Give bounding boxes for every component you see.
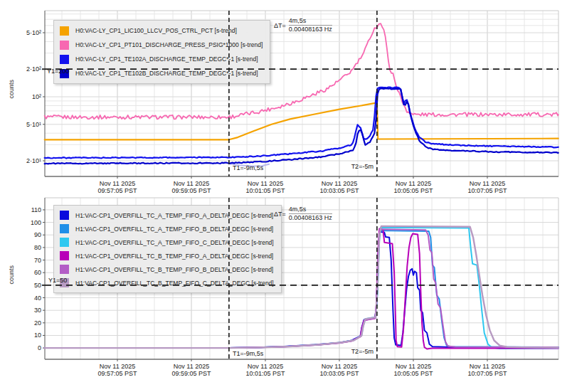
x-tick-label: Nov 11 202509:57:05 PST [97, 363, 137, 377]
x-tick-label: Nov 11 202510:05:05 PST [393, 180, 433, 194]
y-axis-title-bottom: counts [8, 265, 15, 285]
legend-label: H1:VAC-CP1_OVERFILL_TC_A_TEMP_FIFO_A_DEL… [75, 212, 273, 219]
x-tick-label: Nov 11 202509:57:05 PST [97, 180, 137, 194]
legend-item[interactable]: H1:VAC-CP1_OVERFILL_TC_A_TEMP_FIFO_B_DEL… [60, 224, 274, 233]
legend-item[interactable]: H1:VAC-CP1_OVERFILL_TC_A_TEMP_FIFO_A_DEL… [60, 211, 274, 220]
legend-swatch-icon [60, 224, 69, 233]
x-tick-label: Nov 11 202510:03:05 PST [319, 363, 359, 377]
legend-label: H0:VAC-LY_CP1_LIC100_LLCV_POS_CTRL_PCT [… [75, 27, 237, 34]
y-tick-label: 90 [34, 231, 41, 238]
t2-cursor-label-top[interactable]: T2=-5m [351, 163, 374, 170]
x-tick-label: Nov 11 202510:07:05 PST [467, 180, 507, 194]
y-tick-label: 5·10¹ [26, 121, 41, 128]
legend-item[interactable]: H0:VAC-LY_CP1_TE102A_DISCHARGE_TEMP_DEGC… [60, 55, 263, 64]
y-axis-title-top: counts [8, 80, 15, 99]
delta-t-duration: 4m,5s [289, 206, 332, 214]
legend-top-chart: H0:VAC-LY_CP1_LIC100_LLCV_POS_CTRL_PCT [… [53, 20, 270, 84]
delta-t-annotation-bottom: ΔT= 4m,5s 0.00408163 Hz [274, 206, 332, 222]
legend-label: H1:VAC-CP1_OVERFILL_TC_A_TEMP_FIFO_C_DEL… [75, 239, 274, 246]
delta-t-prefix: ΔT= [274, 211, 286, 218]
delta-t-frequency: 0.00408163 Hz [289, 214, 332, 222]
y-tick-label: 60 [34, 269, 41, 276]
delta-t-annotation-top: ΔT= 4m,5s 0.00408163 Hz [274, 17, 332, 33]
delta-t-frequency: 0.00408163 Hz [289, 26, 332, 33]
y-tick-label: 5·10² [26, 29, 41, 36]
x-tick-label: Nov 11 202509:59:05 PST [171, 180, 211, 194]
delta-t-prefix: ΔT= [274, 22, 286, 29]
y-tick-label: 100 [31, 219, 41, 226]
y-tick-label: 50 [34, 282, 41, 289]
t2-cursor-label-bottom[interactable]: T2=-5m [351, 348, 374, 355]
y-tick-label: 2·10¹ [26, 157, 41, 164]
x-tick-label: Nov 11 202510:01:05 PST [245, 363, 285, 377]
delta-t-duration: 4m,5s [289, 17, 332, 26]
y-tick-label: 10² [32, 93, 41, 100]
x-tick-label: Nov 11 202510:05:05 PST [393, 363, 433, 377]
legend-swatch-icon [60, 211, 69, 220]
legend-item[interactable]: H1:VAC-CP1_OVERFILL_TC_A_TEMP_FIFO_C_DEL… [60, 238, 274, 247]
y1-cursor-label-bottom[interactable]: Y1=50 [48, 277, 67, 284]
legend-swatch-icon [60, 238, 69, 247]
x-tick-label: Nov 11 202509:59:05 PST [171, 363, 211, 377]
legend-label: H1:VAC-CP1_OVERFILL_TC_B_TEMP_FIFO_C_DEL… [75, 280, 274, 287]
t1-cursor-label-top[interactable]: T1=-9m,5s [233, 164, 263, 171]
legend-swatch-icon [60, 265, 69, 274]
legend-item[interactable]: H0:VAC-LY_CP1_TE102B_DISCHARGE_TEMP_DEGC… [60, 69, 263, 78]
legend-item[interactable]: H1:VAC-CP1_OVERFILL_TC_B_TEMP_FIFO_C_DEL… [60, 278, 274, 287]
y-tick-label: 70 [34, 257, 41, 264]
legend-item[interactable]: H1:VAC-CP1_OVERFILL_TC_B_TEMP_FIFO_B_DEL… [60, 265, 274, 274]
y-tick-label: 20 [34, 319, 41, 327]
y-tick-label: 30 [34, 307, 41, 314]
legend-label: H0:VAC-LY_CP1_TE102A_DISCHARGE_TEMP_DEGC… [75, 55, 258, 63]
legend-item[interactable]: H1:VAC-CP1_OVERFILL_TC_B_TEMP_FIFO_A_DEL… [60, 251, 274, 260]
legend-swatch-icon [60, 26, 69, 36]
y-tick-label: 0 [38, 344, 41, 351]
legend-bottom-chart: H1:VAC-CP1_OVERFILL_TC_A_TEMP_FIFO_A_DEL… [53, 205, 282, 293]
legend-swatch-icon [60, 41, 69, 50]
x-tick-label: Nov 11 202510:07:05 PST [467, 363, 507, 377]
legend-label: H1:VAC-CP1_OVERFILL_TC_B_TEMP_FIFO_B_DEL… [75, 266, 273, 273]
legend-swatch-icon [60, 251, 69, 260]
legend-item[interactable]: H0:VAC-LY_CP1_LIC100_LLCV_POS_CTRL_PCT [… [60, 26, 263, 36]
x-tick-label: Nov 11 202510:03:05 PST [319, 180, 359, 194]
legend-item[interactable]: H0:VAC-LY_CP1_PT101_DISCHARGE_PRESS_PSIG… [60, 41, 263, 50]
trend-dashboard: counts counts H0:VAC-LY_CP1_LIC100_LLCV_… [0, 0, 572, 392]
y-tick-label: 80 [34, 244, 41, 251]
legend-label: H0:VAC-LY_CP1_PT101_DISCHARGE_PRESS_PSIG… [75, 41, 263, 48]
y-tick-label: 2·10² [26, 65, 41, 73]
legend-label: H1:VAC-CP1_OVERFILL_TC_B_TEMP_FIFO_A_DEL… [75, 253, 273, 260]
legend-label: H1:VAC-CP1_OVERFILL_TC_A_TEMP_FIFO_B_DEL… [75, 226, 273, 233]
legend-swatch-icon [60, 55, 69, 64]
y-tick-label: 10 [34, 332, 41, 339]
y-tick-label: 40 [34, 295, 41, 302]
t1-cursor-label-bottom[interactable]: T1=-9m,5s [233, 350, 263, 357]
y-tick-label: 110 [31, 206, 41, 213]
y1-cursor-label-top[interactable]: Y1=200 [47, 68, 69, 75]
legend-label: H0:VAC-LY_CP1_TE102B_DISCHARGE_TEMP_DEGC… [75, 70, 258, 77]
x-tick-label: Nov 11 202510:01:05 PST [245, 180, 285, 194]
